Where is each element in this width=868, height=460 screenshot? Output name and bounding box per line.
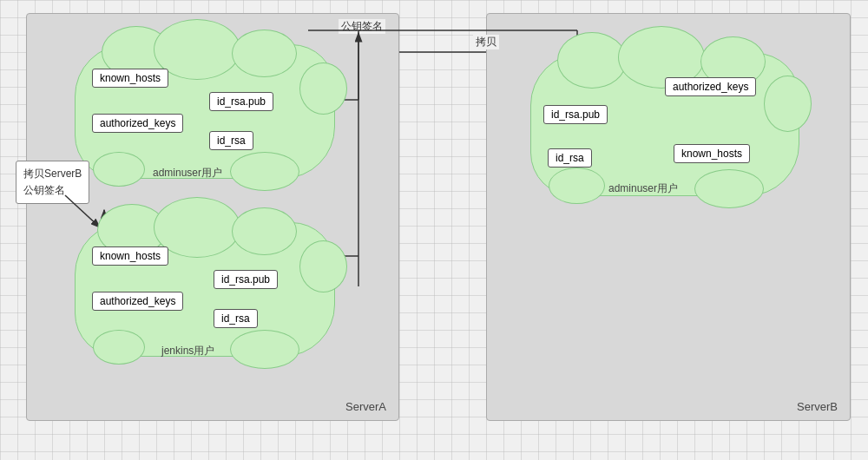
sa-admin-authorized-keys: authorized_keys — [92, 114, 183, 133]
diagram-canvas: ServerA known_hosts id_rsa.pub authorize… — [0, 0, 868, 460]
sa-adminuser-label: adminuser用户 — [153, 166, 222, 181]
sb-admin-id-rsa-pub: id_rsa.pub — [543, 105, 608, 124]
sa-jenkins-authorized-keys: authorized_keys — [92, 292, 183, 311]
sb-admin-id-rsa: id_rsa — [548, 148, 592, 168]
sa-admin-known-hosts: known_hosts — [92, 69, 168, 88]
sb-admin-authorized-keys: authorized_keys — [665, 77, 756, 96]
sa-jenkins-label: jenkins用户 — [161, 344, 214, 358]
sb-adminuser-label: adminuser用户 — [608, 181, 678, 196]
gongqian-label: 公钥签名 — [339, 19, 385, 34]
sb-admin-known-hosts: known_hosts — [674, 144, 750, 163]
sa-admin-id-rsa-pub: id_rsa.pub — [209, 92, 273, 111]
server-a-label: ServerA — [345, 400, 386, 413]
kaobei-label: 拷贝 — [473, 35, 499, 49]
server-a-adminuser-cloud: known_hosts id_rsa.pub authorized_keys i… — [75, 44, 335, 179]
note-box: 拷贝ServerB 公钥签名 — [16, 161, 89, 204]
server-a-jenkins-cloud: known_hosts id_rsa.pub authorized_keys i… — [75, 222, 335, 357]
sa-admin-id-rsa: id_rsa — [209, 131, 253, 150]
sa-jenkins-id-rsa: id_rsa — [214, 309, 258, 328]
note-line1: 拷贝ServerB — [23, 168, 82, 180]
server-b-label: ServerB — [797, 400, 838, 413]
sa-jenkins-id-rsa-pub: id_rsa.pub — [214, 270, 278, 289]
server-a-box: ServerA known_hosts id_rsa.pub authorize… — [26, 13, 399, 421]
server-b-adminuser-cloud: id_rsa.pub authorized_keys id_rsa known_… — [530, 53, 799, 196]
sa-jenkins-known-hosts: known_hosts — [92, 246, 168, 266]
server-b-box: ServerB id_rsa.pub authorized_keys id_rs… — [486, 13, 851, 421]
note-line2: 公钥签名 — [23, 184, 65, 196]
